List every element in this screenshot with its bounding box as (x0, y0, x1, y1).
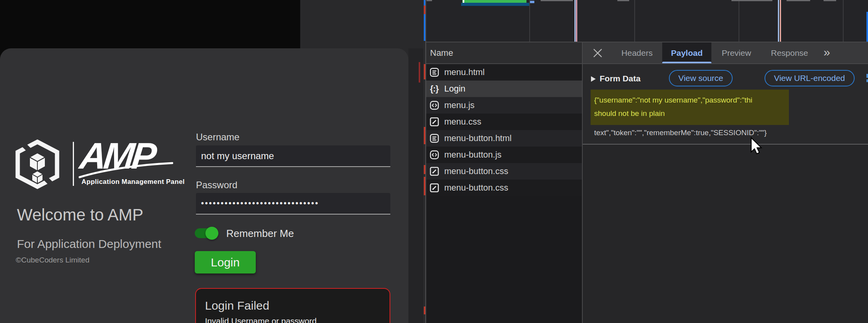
overview-right-marker (866, 12, 868, 42)
scroll-marker-red (419, 62, 420, 83)
request-row-menu-button-html[interactable]: menu-button.html (426, 130, 582, 147)
load-event-line (780, 0, 781, 42)
password-input[interactable] (196, 193, 390, 215)
more-tabs-icon[interactable]: » (824, 46, 830, 59)
amp-swoosh-icon (79, 159, 173, 179)
request-label: menu.css (444, 117, 481, 127)
network-overview-strip[interactable] (426, 0, 868, 42)
json-braces-icon: {:} (429, 84, 440, 94)
overview-gridline (739, 0, 739, 42)
script-icon (429, 150, 440, 160)
overview-gridline (843, 0, 844, 42)
request-row-menu-button-css-2[interactable]: menu-button.css (426, 180, 582, 196)
password-label: Password (196, 180, 237, 191)
document-icon (429, 67, 440, 78)
clipped-element (866, 79, 868, 82)
overview-bar-sliver (427, 0, 432, 1)
timing-bar-tick (463, 0, 464, 3)
username-input[interactable] (196, 145, 390, 167)
scroll-marker-red (424, 177, 425, 195)
amp-tagline: Application Management Panel (81, 178, 184, 186)
domcontentloaded-line (574, 0, 576, 42)
remember-me-label: Remember Me (226, 228, 294, 240)
login-failed-title: Login Failed (205, 299, 269, 312)
timing-bar-blue-dash (530, 1, 534, 3)
screen: AMP Application Management Panel Welcome… (0, 0, 868, 323)
request-row-menu-button-css[interactable]: menu-button.css (426, 163, 582, 180)
overview-bar-sliver (787, 0, 810, 1)
overview-gridline (529, 0, 530, 42)
script-icon (429, 100, 440, 111)
copyright-text: ©CubeCoders Limited (16, 256, 89, 264)
form-data-title: Form Data (600, 74, 641, 83)
overview-bar-sliver (824, 0, 836, 1)
request-row-menu-button-js[interactable]: menu-button.js (426, 147, 582, 163)
remember-me-toggle[interactable] (195, 228, 219, 239)
cubecoders-hexagon-logo-icon (14, 139, 61, 189)
tab-preview[interactable]: Preview (720, 42, 753, 63)
payload-highlighted-line: should not be in plain (594, 107, 789, 120)
request-label: menu-button.js (444, 150, 502, 160)
stylesheet-icon (429, 117, 440, 127)
request-label: Login (444, 84, 465, 94)
scroll-marker-red (424, 165, 425, 174)
stylesheet-icon (429, 183, 440, 193)
clipped-element (866, 74, 868, 78)
request-label: menu.js (444, 100, 475, 110)
network-name-column-header[interactable]: Name (426, 42, 582, 64)
payload-highlight-block: {"username":"not my username","password"… (591, 90, 789, 125)
overview-bar-sliver (617, 0, 629, 1)
username-label: Username (196, 132, 240, 143)
domcontentloaded-line (778, 0, 779, 42)
divider (583, 144, 868, 145)
payload-highlighted-line: {"username":"not my username","password"… (594, 94, 789, 107)
payload-plain-line: text","token":"","rememberMe":true,"SESS… (594, 126, 767, 139)
payload-pane-lower (583, 145, 868, 323)
request-row-menu-html[interactable]: menu.html (426, 64, 582, 81)
request-row-menu-css[interactable]: menu.css (426, 114, 582, 130)
selected-request-timing-bar[interactable] (462, 0, 526, 3)
login-button[interactable]: Login (195, 251, 256, 273)
page-gap (408, 48, 423, 323)
request-label: menu-button.css (444, 166, 508, 176)
name-column-label: Name (430, 48, 453, 58)
tab-headers[interactable]: Headers (620, 42, 654, 63)
request-label: menu-button.css (444, 183, 508, 193)
login-failed-message: Invalid Username or password (205, 316, 317, 323)
tab-payload[interactable]: Payload (662, 42, 711, 63)
payload-pane: Form Data View source View URL-encoded {… (583, 64, 868, 144)
network-request-list: menu.html {:} Login menu.js menu.css men… (426, 64, 582, 323)
overview-bar-sliver (541, 0, 573, 1)
scroll-marker-red (424, 64, 425, 79)
tab-response[interactable]: Response (770, 42, 809, 63)
overview-bar-sliver (731, 0, 772, 1)
scroll-marker-red (424, 127, 425, 144)
load-event-line (576, 0, 577, 42)
toggle-knob (205, 227, 218, 240)
stylesheet-icon (429, 166, 440, 177)
form-data-expander-icon[interactable] (591, 76, 596, 82)
view-source-button[interactable]: View source (669, 70, 733, 86)
view-url-encoded-button[interactable]: View URL-encoded (765, 70, 855, 86)
selected-request-bar-outline (461, 3, 529, 6)
request-label: menu-button.html (444, 133, 512, 143)
document-icon (429, 133, 440, 144)
login-card: AMP Application Management Panel Welcome… (0, 48, 408, 323)
devtools-tabbar: Headers Payload Preview Response » (583, 42, 868, 64)
close-icon[interactable] (592, 48, 603, 59)
overview-gridline (634, 0, 635, 42)
scroll-marker-red (424, 6, 425, 14)
page-title: Welcome to AMP (17, 206, 143, 224)
request-label: menu.html (444, 67, 485, 77)
request-row-menu-js[interactable]: menu.js (426, 97, 582, 114)
logo-separator (73, 142, 74, 186)
page-subtitle: For Application Deployment (17, 237, 161, 251)
request-row-login[interactable]: {:} Login (426, 81, 582, 97)
scroll-marker-red (424, 306, 425, 314)
